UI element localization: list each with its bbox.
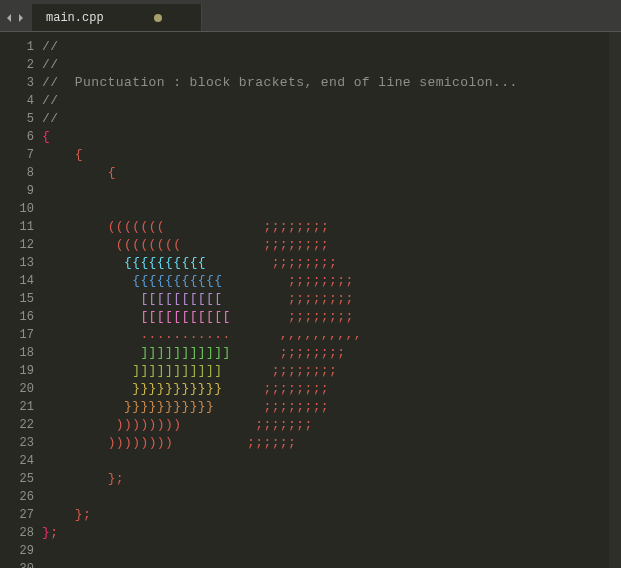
line-number: 14 <box>0 272 34 290</box>
code-line[interactable]: }; <box>42 506 621 524</box>
code-line[interactable]: ((((((( ;;;;;;;; <box>42 218 621 236</box>
code-line[interactable]: // <box>42 56 621 74</box>
tab-bar: main.cpp <box>0 4 621 32</box>
code-line[interactable] <box>42 542 621 560</box>
code-line[interactable]: // Punctuation : block brackets, end of … <box>42 74 621 92</box>
tab-nav-arrows <box>0 4 32 31</box>
code-line[interactable] <box>42 452 621 470</box>
line-number: 4 <box>0 92 34 110</box>
editor-area[interactable]: 1234567891011121314151617181920212223242… <box>0 32 621 568</box>
line-number: 18 <box>0 344 34 362</box>
code-content[interactable]: ////// Punctuation : block brackets, end… <box>42 32 621 568</box>
code-line[interactable]: [[[[[[[[[[ ;;;;;;;; <box>42 290 621 308</box>
code-line[interactable]: // <box>42 92 621 110</box>
line-number: 12 <box>0 236 34 254</box>
line-number: 2 <box>0 56 34 74</box>
line-number: 17 <box>0 326 34 344</box>
line-number: 10 <box>0 200 34 218</box>
code-line[interactable]: [[[[[[[[[[[ ;;;;;;;; <box>42 308 621 326</box>
line-number-gutter: 1234567891011121314151617181920212223242… <box>0 32 42 568</box>
code-line[interactable]: {{{{{{{{{{ ;;;;;;;; <box>42 254 621 272</box>
code-line[interactable]: ]]]]]]]]]]] ;;;;;;;; <box>42 344 621 362</box>
next-tab-icon[interactable] <box>16 13 26 23</box>
line-number: 6 <box>0 128 34 146</box>
code-line[interactable]: // <box>42 110 621 128</box>
code-line[interactable]: ........... ,,,,,,,,,, <box>42 326 621 344</box>
line-number: 20 <box>0 380 34 398</box>
code-line[interactable]: (((((((( ;;;;;;;; <box>42 236 621 254</box>
line-number: 28 <box>0 524 34 542</box>
editor-scrollbar[interactable] <box>609 32 621 568</box>
code-line[interactable]: { <box>42 128 621 146</box>
line-number: 5 <box>0 110 34 128</box>
code-line[interactable]: }; <box>42 470 621 488</box>
code-line[interactable] <box>42 488 621 506</box>
line-number: 8 <box>0 164 34 182</box>
line-number: 15 <box>0 290 34 308</box>
code-line[interactable]: }; <box>42 524 621 542</box>
line-number: 3 <box>0 74 34 92</box>
code-line[interactable] <box>42 560 621 568</box>
line-number: 30 <box>0 560 34 568</box>
line-number: 26 <box>0 488 34 506</box>
line-number: 13 <box>0 254 34 272</box>
line-number: 11 <box>0 218 34 236</box>
line-number: 21 <box>0 398 34 416</box>
code-line[interactable]: { <box>42 146 621 164</box>
prev-tab-icon[interactable] <box>4 13 14 23</box>
line-number: 19 <box>0 362 34 380</box>
code-line[interactable]: {{{{{{{{{{{ ;;;;;;;; <box>42 272 621 290</box>
modified-indicator-icon <box>154 14 162 22</box>
line-number: 9 <box>0 182 34 200</box>
line-number: 27 <box>0 506 34 524</box>
line-number: 16 <box>0 308 34 326</box>
code-line[interactable] <box>42 200 621 218</box>
code-line[interactable]: )))))))) ;;;;;; <box>42 434 621 452</box>
line-number: 25 <box>0 470 34 488</box>
code-line[interactable] <box>42 182 621 200</box>
line-number: 29 <box>0 542 34 560</box>
code-line[interactable]: { <box>42 164 621 182</box>
code-line[interactable]: // <box>42 38 621 56</box>
code-line[interactable]: )))))))) ;;;;;;; <box>42 416 621 434</box>
tab-main-cpp[interactable]: main.cpp <box>32 4 202 31</box>
line-number: 24 <box>0 452 34 470</box>
line-number: 23 <box>0 434 34 452</box>
line-number: 22 <box>0 416 34 434</box>
line-number: 7 <box>0 146 34 164</box>
code-line[interactable]: }}}}}}}}}}} ;;;;;;;; <box>42 398 621 416</box>
code-line[interactable]: ]]]]]]]]]]] ;;;;;;;; <box>42 362 621 380</box>
line-number: 1 <box>0 38 34 56</box>
tab-label: main.cpp <box>46 9 104 27</box>
code-line[interactable]: }}}}}}}}}}} ;;;;;;;; <box>42 380 621 398</box>
